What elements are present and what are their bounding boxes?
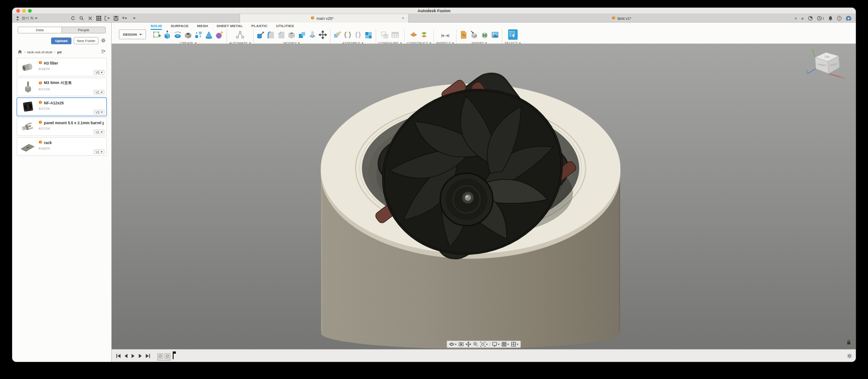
new-component-icon[interactable]: [333, 29, 342, 40]
document-tab-main[interactable]: main v25* ×: [240, 14, 409, 23]
file-card[interactable]: H3 filter 4/16/24 V5: [17, 58, 107, 76]
canvas-icon[interactable]: [490, 29, 500, 40]
timeline-settings-gear-icon[interactable]: [847, 353, 852, 359]
offset-plane-icon[interactable]: [420, 29, 429, 40]
tab-mesh[interactable]: MESH: [197, 24, 208, 30]
select-icon[interactable]: [508, 29, 518, 40]
workspace-selector[interactable]: DESIGN: [119, 29, 146, 39]
hub-selector[interactable]: 완기 차: [15, 15, 38, 21]
file-card[interactable]: panel mount 5.5 x 2.1mm barrel plug 4/17…: [17, 117, 107, 136]
fit-icon[interactable]: [480, 342, 488, 347]
zoom-window-button[interactable]: [28, 9, 32, 13]
version-dropdown[interactable]: V3: [94, 110, 104, 114]
tab-data[interactable]: Data: [18, 27, 61, 33]
zoom-icon[interactable]: [473, 342, 478, 347]
close-icon[interactable]: [87, 15, 93, 21]
extensions-icon[interactable]: [808, 16, 813, 21]
display-settings-icon[interactable]: [492, 342, 500, 347]
look-at-icon[interactable]: [458, 342, 464, 347]
redo-icon[interactable]: [130, 15, 136, 21]
breadcrumb-folder[interactable]: pd: [57, 50, 61, 54]
rigid-group-icon[interactable]: [364, 29, 373, 40]
sketch-feature-icon[interactable]: [157, 353, 163, 359]
group-create: CREATE: [150, 29, 226, 45]
orbit-icon[interactable]: [449, 342, 457, 347]
as-built-joint-icon[interactable]: [354, 29, 363, 40]
construction-plane-icon[interactable]: [409, 29, 419, 40]
refresh-icon[interactable]: [70, 15, 75, 21]
insert-mcmaster-icon[interactable]: [480, 29, 489, 40]
viewport-3d[interactable]: Y Z X TOP FRONT RIGHT: [112, 44, 856, 349]
avatar[interactable]: [846, 16, 851, 21]
tab-sheet-metal[interactable]: SHEET METAL: [217, 24, 243, 30]
close-tab-icon[interactable]: ×: [401, 16, 405, 20]
sketch-feature-icon[interactable]: [165, 353, 170, 359]
shell-icon[interactable]: [287, 29, 297, 40]
chamfer-icon[interactable]: [277, 29, 286, 40]
move-icon[interactable]: [318, 29, 328, 40]
file-card[interactable]: rack 4/16/24 V1: [17, 137, 107, 156]
insert-derive-icon[interactable]: [459, 29, 468, 40]
revolve-icon[interactable]: [173, 29, 183, 40]
fillet-icon[interactable]: [266, 29, 276, 40]
component-icon: [38, 120, 42, 125]
hole-icon[interactable]: [184, 29, 193, 40]
automate-icon[interactable]: [235, 29, 245, 40]
configuration-table-icon[interactable]: [391, 29, 400, 40]
minimize-window-button[interactable]: [22, 9, 26, 13]
undo-icon[interactable]: [122, 15, 127, 21]
document-tab-test[interactable]: ttest v1*: [481, 14, 762, 23]
grid-snaps-icon[interactable]: [501, 342, 509, 347]
press-pull-icon[interactable]: [256, 29, 265, 40]
notifications-icon[interactable]: [828, 16, 833, 21]
collaborators-icon[interactable]: [101, 49, 106, 55]
tab-surface[interactable]: SURFACE: [170, 24, 189, 30]
version-dropdown[interactable]: V1: [94, 90, 104, 94]
tab-people[interactable]: People: [61, 27, 105, 33]
file-card[interactable]: M3 5mm 서포트 4/17/24 V1: [17, 78, 107, 96]
extrude-icon[interactable]: [163, 29, 172, 40]
lock-icon[interactable]: [846, 338, 851, 346]
breadcrumb-project[interactable]: rack-out-of-dust: [27, 50, 52, 54]
loft-icon[interactable]: [204, 29, 214, 40]
joint-icon[interactable]: [343, 29, 353, 40]
close-tab-icon[interactable]: ×: [794, 16, 797, 21]
create-sketch-icon[interactable]: [152, 29, 162, 40]
view-cube[interactable]: Y Z X TOP FRONT RIGHT: [805, 47, 850, 83]
tab-solid[interactable]: SOLID: [151, 24, 162, 30]
help-icon[interactable]: ?: [837, 16, 842, 21]
split-body-icon[interactable]: [308, 29, 317, 40]
new-folder-button[interactable]: New Folder: [74, 37, 99, 44]
timeline-playhead[interactable]: [173, 351, 174, 359]
upload-button[interactable]: Upload: [51, 37, 71, 44]
close-window-button[interactable]: [16, 9, 20, 13]
file-card-selected[interactable]: NF-A12x25 4/17/24 V3: [17, 98, 107, 116]
version-dropdown[interactable]: V1: [94, 130, 104, 134]
step-back-icon[interactable]: [124, 352, 128, 360]
home-icon[interactable]: [18, 50, 22, 55]
configure-icon[interactable]: [380, 29, 390, 40]
tab-plastic[interactable]: PLASTIC: [251, 24, 268, 30]
job-status-icon[interactable]: 1: [817, 16, 824, 21]
combine-icon[interactable]: [297, 29, 307, 40]
tab-utilities[interactable]: UTILITIES: [276, 24, 294, 30]
create-form-icon[interactable]: [215, 29, 224, 40]
measure-icon[interactable]: [440, 29, 450, 40]
new-tab-icon[interactable]: +: [801, 16, 804, 21]
viewports-icon[interactable]: [511, 342, 519, 347]
play-icon[interactable]: [131, 352, 135, 360]
component-icon: [38, 100, 42, 105]
grid-icon[interactable]: [96, 15, 101, 21]
skip-to-start-icon[interactable]: [116, 352, 121, 360]
step-forward-icon[interactable]: [138, 352, 142, 360]
new-document-icon[interactable]: [104, 15, 110, 21]
version-dropdown[interactable]: V5: [94, 70, 104, 75]
data-settings-gear-icon[interactable]: [101, 37, 106, 45]
save-icon[interactable]: [113, 15, 118, 21]
pan-icon[interactable]: [466, 342, 471, 347]
search-icon[interactable]: [79, 15, 84, 21]
pattern-icon[interactable]: [194, 29, 203, 40]
insert-mesh-icon[interactable]: [469, 29, 479, 40]
skip-to-end-icon[interactable]: [146, 352, 150, 360]
version-dropdown[interactable]: V1: [94, 150, 104, 154]
